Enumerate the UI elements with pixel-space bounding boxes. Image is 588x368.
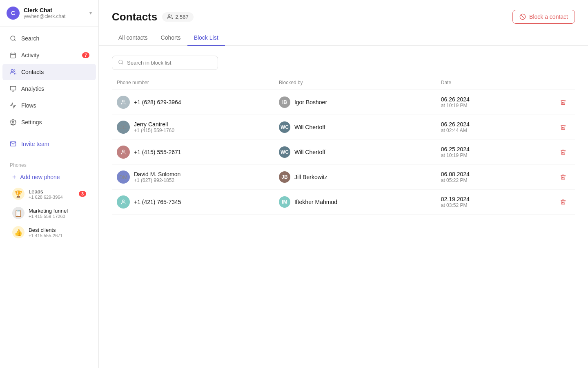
activity-icon [9,51,17,59]
table-row: JCJerry Cantrell+1 (415) 559-1760WCWill … [112,115,575,140]
page-header: Contacts 2,567 Block a contact All conta… [99,0,588,46]
sidebar-item-label: Analytics [21,85,44,92]
phone-name: Marketing funnel [29,208,68,214]
svg-point-17 [122,100,125,102]
search-input[interactable] [127,60,212,66]
time-value: at 02:44 AM [441,128,547,133]
phone-cell: DMDavid M. Solomon+1 (627) 992-1852 [112,165,274,190]
svg-rect-2 [11,53,16,58]
delete-row-button[interactable] [557,147,570,157]
sidebar-item-label: Contacts [21,69,44,75]
page-title: Contacts [112,11,157,23]
sidebar: C Clerk Chat yevhen@clerk.chat ▾ Search … [0,0,99,368]
contact-avatar: DM [117,171,130,184]
block-contact-button[interactable]: Block a contact [512,10,575,24]
blocker-avatar: WC [279,121,290,133]
blocker-name: Jill Berkowitz [294,174,327,180]
svg-line-1 [14,40,16,41]
phone-item-marketing[interactable]: 📋 Marketing funnel +1 415 559-17260 [6,204,93,222]
delete-row-button[interactable] [557,97,570,107]
main-content-area: Contacts 2,567 Block a contact All conta… [99,0,588,368]
tab-cohorts[interactable]: Cohorts [154,30,187,46]
date-value: 06.26.2024 [441,96,547,103]
blocker-name: Will Chertoff [294,124,325,130]
sidebar-header[interactable]: C Clerk Chat yevhen@clerk.chat ▾ [0,0,98,27]
phone-item-bestclients[interactable]: 👍 Best clients +1 415 555-2671 [6,223,93,242]
date-cell: 06.26.2024at 10:19 PM [436,90,552,115]
contact-sub: +1 (627) 992-1852 [134,177,180,183]
tab-all-contacts[interactable]: All contacts [112,30,154,46]
sidebar-item-label: Settings [21,119,42,126]
blocker-avatar: JB [279,171,290,183]
contact-primary: +1 (415) 555-2671 [134,149,181,155]
blocker-name: Will Chertoff [294,149,325,155]
contact-avatar: JC [117,121,130,134]
contact-avatar [117,96,130,109]
blocked-by-cell: IMIftekher Mahmud [274,190,436,215]
invite-team-button[interactable]: Invite team [2,136,96,152]
search-bar[interactable] [112,56,218,70]
time-value: at 10:19 PM [441,153,547,158]
phone-cell: +1 (415) 555-2671 [112,140,274,165]
contact-sub: +1 (415) 559-1760 [134,128,174,133]
date-cell: 06.08.2024at 05:22 PM [436,165,552,190]
phone-cell: +1 (628) 629-3964 [112,90,274,115]
leads-badge: 3 [79,191,86,197]
date-cell: 02.19.2024at 03:52 PM [436,190,552,215]
phone-avatar-marketing: 📋 [12,207,24,219]
sidebar-item-analytics[interactable]: Analytics [2,81,96,97]
tab-block-list[interactable]: Block List [187,30,225,46]
delete-row-button[interactable] [557,197,570,207]
phone-number: +1 415 559-17260 [29,214,68,219]
svg-point-12 [168,15,170,17]
invite-label: Invite team [21,141,49,147]
svg-point-10 [12,121,14,123]
phone-item-leads[interactable]: 🏆 Leads +1 628 629-3964 3 [6,184,93,203]
phone-cell: JCJerry Cantrell+1 (415) 559-1760 [112,115,274,140]
activity-badge: 7 [82,52,89,58]
sidebar-item-flows[interactable]: Flows [2,97,96,114]
sidebar-item-contacts[interactable]: Contacts [2,64,96,80]
block-list-content: Phone number Blocked by Date +1 (628) 62… [99,46,588,368]
table-row: DMDavid M. Solomon+1 (627) 992-1852JBJil… [112,165,575,190]
phone-number: +1 415 555-2671 [29,233,63,238]
date-cell: 06.25.2024at 10:19 PM [436,140,552,165]
blocker-name: Igor Boshoer [294,99,327,105]
time-value: at 05:22 PM [441,177,547,183]
app-name: Clerk Chat [24,7,89,13]
sidebar-item-settings[interactable]: Settings [2,114,96,130]
blocker-avatar: IB [279,96,290,108]
phone-avatar-bestclients: 👍 [12,226,24,238]
sidebar-item-search[interactable]: Search [2,30,96,47]
date-value: 06.25.2024 [441,146,547,153]
flows-icon [9,101,17,110]
delete-row-button[interactable] [557,122,570,132]
date-value: 06.08.2024 [441,171,547,177]
sidebar-header-text: Clerk Chat yevhen@clerk.chat [24,7,89,19]
contacts-count-badge: 2,567 [162,12,194,22]
date-value: 06.26.2024 [441,121,547,128]
blocked-by-cell: JBJill Berkowitz [274,165,436,190]
svg-line-16 [122,63,123,65]
blocked-by-cell: IBIgor Boshoer [274,90,436,115]
table-row: +1 (421) 765-7345IMIftekher Mahmud02.19.… [112,190,575,215]
app-logo: C [7,7,20,20]
svg-point-19 [122,200,125,202]
phone-name: Leads [29,188,63,195]
contacts-icon [9,68,17,76]
add-new-phone-button[interactable]: + Add new phone [6,170,93,184]
sidebar-item-activity[interactable]: Activity 7 [2,47,96,63]
col-date: Date [436,80,552,90]
search-icon [9,34,17,43]
user-email: yevhen@clerk.chat [24,13,89,19]
date-cell: 06.26.2024at 02:44 AM [436,115,552,140]
delete-row-button[interactable] [557,172,570,182]
sidebar-item-label: Activity [21,52,39,58]
phones-section-label: Phones [3,159,95,170]
add-phone-label: Add new phone [20,174,60,180]
col-phone-number: Phone number [112,80,274,90]
blocker-avatar: WC [279,146,290,158]
contact-primary: David M. Solomon [134,171,180,177]
phone-name: Best clients [29,227,63,233]
blocker-avatar: IM [279,196,290,208]
